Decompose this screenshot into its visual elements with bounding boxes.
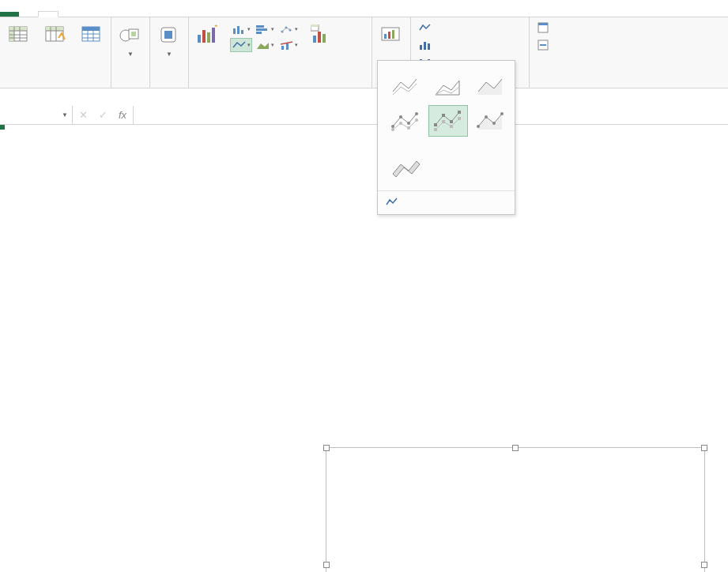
slicer-icon [538, 21, 550, 34]
line-chart-button[interactable]: ▾ [230, 38, 252, 52]
group-illustrations: ▼ [111, 17, 150, 88]
group-apps: ▼ [150, 17, 189, 88]
formula-bar: ▼ ✕ ✓ fx [0, 106, 728, 125]
pivot-chart-icon [309, 22, 334, 47]
slicer-button[interactable] [534, 21, 558, 35]
tab-insert[interactable] [38, 11, 58, 17]
column-chart-button[interactable]: ▾ [230, 22, 252, 36]
fx-icon[interactable]: fx [119, 109, 126, 121]
tab-data[interactable] [96, 12, 115, 17]
svg-point-75 [485, 115, 488, 119]
line-chart-option-1[interactable] [386, 70, 425, 102]
chevron-down-icon: ▼ [127, 51, 134, 58]
svg-point-76 [492, 122, 496, 125]
svg-rect-50 [428, 43, 430, 50]
apps-button[interactable]: ▼ [155, 21, 183, 59]
pivot-table-icon [6, 22, 32, 47]
svg-rect-70 [434, 128, 437, 131]
pivot-chart-button[interactable] [307, 21, 336, 51]
svg-rect-28 [233, 28, 236, 34]
svg-rect-30 [241, 30, 243, 34]
group-charts: ▾ ▾ ▾ ▾ ▾ ▾ [189, 17, 372, 88]
group-filters-label [534, 85, 558, 88]
tab-view[interactable] [134, 12, 153, 17]
group-apps-label [155, 85, 183, 88]
illustrations-button[interactable]: ▼ [116, 21, 145, 59]
svg-rect-43 [311, 24, 319, 27]
svg-rect-45 [384, 34, 387, 39]
pivot-table-button[interactable] [5, 21, 33, 51]
line-chart-option-5[interactable] [428, 105, 468, 137]
recommended-pivot-button[interactable] [41, 21, 70, 51]
bar-chart-button[interactable]: ▾ [254, 22, 276, 36]
group-charts-label [194, 85, 367, 88]
line-chart-option-2[interactable] [428, 70, 468, 102]
line-chart-option-6[interactable] [471, 105, 511, 137]
enter-formula-icon[interactable]: ✓ [99, 109, 108, 121]
group-illus-label [116, 85, 145, 88]
tab-strip [0, 0, 728, 17]
dropdown-section-3d [378, 143, 515, 151]
area-chart-button[interactable]: ▾ [254, 38, 276, 52]
sparkline-column-button[interactable] [416, 38, 439, 52]
svg-rect-9 [46, 27, 63, 31]
svg-rect-25 [202, 30, 206, 43]
table-button[interactable] [77, 21, 106, 51]
ribbon: ▼ ▼ ▾ [0, 17, 728, 88]
svg-rect-66 [434, 123, 437, 126]
tab-file[interactable] [0, 12, 19, 17]
svg-rect-21 [131, 32, 136, 36]
line-chart-3d-option[interactable] [386, 152, 425, 184]
line-chart-option-3[interactable] [471, 70, 511, 102]
line-chart-dropdown [377, 60, 515, 215]
group-tables [0, 17, 111, 88]
svg-rect-41 [323, 34, 326, 43]
svg-rect-73 [458, 117, 461, 120]
name-box-input[interactable] [3, 110, 58, 121]
svg-rect-39 [313, 36, 316, 43]
svg-point-65 [415, 119, 418, 122]
sparkline-column-icon [419, 39, 432, 51]
embedded-chart[interactable] [326, 447, 705, 572]
dropdown-section-line [378, 61, 515, 69]
svg-point-61 [415, 112, 418, 115]
line-chart-option-4[interactable] [386, 105, 425, 137]
recommended-pivot-icon [43, 22, 68, 47]
svg-point-74 [477, 125, 480, 128]
group-filters [530, 17, 563, 88]
svg-rect-26 [207, 32, 210, 43]
sparkline-line-button[interactable] [416, 21, 439, 35]
svg-point-59 [399, 115, 402, 119]
svg-rect-69 [458, 111, 461, 114]
svg-rect-68 [450, 120, 453, 123]
tab-formulas[interactable] [77, 12, 96, 17]
name-box[interactable]: ▼ [0, 106, 73, 124]
combo-chart-button[interactable]: ▾ [277, 38, 300, 52]
svg-point-63 [399, 122, 402, 125]
tab-home[interactable] [19, 12, 38, 17]
svg-rect-72 [450, 125, 453, 128]
chevron-down-icon: ▼ [166, 51, 172, 58]
tab-review[interactable] [115, 12, 134, 17]
scatter-chart-button[interactable]: ▾ [277, 22, 300, 36]
chart-more-icon [386, 196, 398, 209]
svg-point-60 [407, 122, 410, 125]
power-view-button[interactable] [377, 21, 405, 51]
more-line-charts-button[interactable] [378, 190, 515, 214]
apps-icon [157, 22, 182, 47]
svg-rect-2 [9, 27, 14, 41]
svg-rect-23 [164, 31, 172, 39]
chart-plot-area[interactable] [326, 456, 704, 572]
timeline-button[interactable] [534, 38, 558, 52]
chevron-down-icon[interactable]: ▼ [62, 111, 68, 119]
svg-point-64 [407, 126, 410, 130]
cancel-formula-icon[interactable]: ✕ [79, 109, 88, 121]
recommended-charts-button[interactable] [194, 21, 222, 51]
svg-rect-27 [212, 28, 215, 43]
svg-rect-46 [388, 32, 390, 39]
svg-rect-29 [237, 26, 240, 34]
svg-rect-32 [256, 28, 267, 31]
tab-pagelayout[interactable] [58, 12, 77, 17]
svg-rect-33 [256, 32, 262, 34]
svg-rect-47 [392, 30, 394, 39]
